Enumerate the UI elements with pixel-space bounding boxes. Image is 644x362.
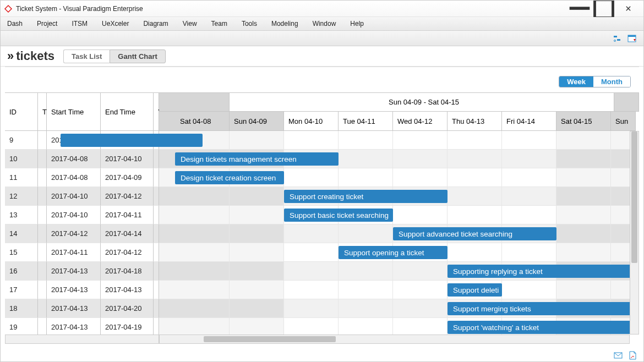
cell-blank bbox=[38, 206, 47, 224]
menu-project[interactable]: Project bbox=[37, 20, 57, 28]
page-title: tickets bbox=[16, 49, 54, 63]
table-row[interactable]: 142017-04-122017-04-14Support advanced t… bbox=[5, 224, 639, 243]
title-bar: Ticket System - Visual Paradigm Enterpri… bbox=[1, 1, 643, 17]
cell-blank bbox=[154, 168, 159, 187]
menu-tools[interactable]: Tools bbox=[242, 20, 257, 28]
cell-id: 18 bbox=[5, 299, 38, 318]
svg-point-6 bbox=[614, 40, 616, 41]
table-row[interactable]: 102017-04-082017-04-10Design tickets man… bbox=[5, 150, 639, 168]
menu-help[interactable]: Help bbox=[350, 20, 364, 28]
hscroll-right[interactable] bbox=[159, 334, 630, 344]
gantt-day-header: Sat 04-08Sun 04-09Mon 04-10Tue 04-11Wed … bbox=[159, 112, 639, 131]
breadcrumb-prefix: » bbox=[7, 49, 14, 63]
toolbar-strip bbox=[1, 31, 643, 46]
cell-end: 2017-04-14 bbox=[101, 224, 154, 243]
gantt-day-0: Sat 04-08 bbox=[159, 112, 230, 131]
menu-uexceler[interactable]: UeXceler bbox=[102, 20, 129, 28]
table-row[interactable]: 192017-04-132017-04-19Support 'watching'… bbox=[5, 318, 639, 334]
cell-end: 2017-04-13 bbox=[101, 281, 154, 299]
gantt-workspace: ID T Start Time End Time Y Sun 04-09 - S… bbox=[5, 67, 639, 346]
task-bar[interactable] bbox=[61, 134, 202, 147]
cell-id: 11 bbox=[5, 168, 38, 187]
task-bar[interactable]: Support merging tickets bbox=[447, 302, 639, 315]
cell-id: 19 bbox=[5, 318, 38, 334]
cell-blank bbox=[38, 262, 47, 281]
gantt-body: 92017-04-062017-04-08102017-04-082017-04… bbox=[5, 131, 639, 334]
table-row[interactable]: 92017-04-062017-04-08 bbox=[5, 131, 639, 150]
task-bar[interactable]: Support opening a ticket bbox=[339, 246, 447, 259]
task-bar[interactable]: Support 'watching' a ticket bbox=[447, 321, 639, 334]
cell-end: 2017-04-12 bbox=[101, 187, 154, 206]
table-row[interactable]: 112017-04-082017-04-09Design ticket crea… bbox=[5, 168, 639, 187]
task-bar[interactable]: Support basic ticket searching bbox=[284, 209, 393, 222]
menu-itsm[interactable]: ITSM bbox=[72, 20, 88, 28]
cell-start: 2017-04-08 bbox=[47, 168, 101, 187]
col-header-y[interactable]: Y bbox=[154, 93, 159, 131]
window-maximize-button[interactable] bbox=[592, 1, 616, 17]
app-logo-icon bbox=[4, 4, 13, 13]
breadcrumb: » tickets bbox=[7, 49, 54, 63]
cell-blank bbox=[38, 168, 47, 187]
menu-diagram[interactable]: Diagram bbox=[143, 20, 168, 28]
task-bar[interactable]: Design tickets management screen bbox=[175, 152, 339, 166]
cell-start: 2017-04-08 bbox=[47, 150, 101, 168]
table-row[interactable]: 152017-04-112017-04-12Support opening a … bbox=[5, 243, 639, 262]
status-bar bbox=[1, 350, 643, 361]
table-row[interactable]: 162017-04-132017-04-18Supporting replyin… bbox=[5, 262, 639, 281]
view-tab-group: Task List Gantt Chart bbox=[63, 50, 166, 63]
task-bar[interactable]: Support creating ticket bbox=[284, 190, 447, 203]
gantt-day-8: Sun bbox=[611, 112, 636, 131]
table-header-left: ID T Start Time End Time Y bbox=[5, 92, 159, 131]
table-row[interactable]: 132017-04-102017-04-11Support basic tick… bbox=[5, 206, 639, 224]
col-header-end[interactable]: End Time bbox=[101, 93, 154, 131]
vscroll[interactable] bbox=[630, 131, 639, 334]
cell-id: 10 bbox=[5, 150, 38, 168]
table-row[interactable]: 172017-04-132017-04-13Support deleti bbox=[5, 281, 639, 299]
svg-rect-3 bbox=[595, 0, 613, 18]
cell-blank bbox=[154, 150, 159, 168]
cell-blank bbox=[154, 206, 159, 224]
cell-start: 2017-04-10 bbox=[47, 187, 101, 206]
menu-window[interactable]: Window bbox=[313, 20, 336, 28]
gantt-day-6: Fri 04-14 bbox=[502, 112, 556, 131]
gantt-day-4: Wed 04-12 bbox=[393, 112, 447, 131]
cell-blank bbox=[154, 262, 159, 281]
gantt-day-2: Mon 04-10 bbox=[284, 112, 339, 131]
cell-blank bbox=[154, 318, 159, 334]
window-minimize-button[interactable] bbox=[567, 1, 592, 17]
tab-gantt-chart[interactable]: Gantt Chart bbox=[110, 50, 166, 63]
menu-team[interactable]: Team bbox=[211, 20, 227, 28]
col-header-t[interactable]: T bbox=[38, 93, 47, 131]
task-bar[interactable]: Design ticket creation screen bbox=[175, 171, 284, 184]
toolbar-chart-icon[interactable] bbox=[613, 34, 623, 43]
col-header-id[interactable]: ID bbox=[5, 93, 38, 131]
tab-task-list[interactable]: Task List bbox=[63, 50, 110, 63]
menu-view[interactable]: View bbox=[183, 20, 197, 28]
cell-id: 12 bbox=[5, 187, 38, 206]
menu-modeling[interactable]: Modeling bbox=[271, 20, 298, 28]
cell-id: 15 bbox=[5, 243, 38, 262]
menu-dash[interactable]: Dash bbox=[7, 20, 23, 28]
svg-rect-2 bbox=[570, 7, 590, 10]
status-note-icon[interactable] bbox=[628, 351, 637, 361]
cell-blank bbox=[38, 318, 47, 334]
hscroll-left[interactable] bbox=[5, 334, 159, 344]
table-row[interactable]: 122017-04-102017-04-12Support creating t… bbox=[5, 187, 639, 206]
cell-start: 2017-04-12 bbox=[47, 224, 101, 243]
status-mail-icon[interactable] bbox=[614, 351, 623, 361]
window-close-button[interactable] bbox=[616, 1, 640, 17]
task-bar[interactable]: Support deleti bbox=[447, 283, 502, 297]
cell-blank bbox=[38, 187, 47, 206]
gantt-day-5: Thu 04-13 bbox=[447, 112, 502, 131]
cell-id: 17 bbox=[5, 281, 38, 299]
col-header-start[interactable]: Start Time bbox=[47, 93, 101, 131]
table-row[interactable]: 182017-04-132017-04-20Support merging ti… bbox=[5, 299, 639, 318]
cell-id: 14 bbox=[5, 224, 38, 243]
task-bar[interactable]: Supporting replying a ticket bbox=[447, 265, 639, 278]
cell-end: 2017-04-11 bbox=[101, 206, 154, 224]
task-bar[interactable]: Support advanced ticket searching bbox=[393, 227, 556, 240]
cell-start: 2017-04-13 bbox=[47, 318, 101, 334]
toolbar-calendar-icon[interactable] bbox=[627, 34, 637, 43]
cell-blank bbox=[154, 281, 159, 299]
page-header: » tickets Task List Gantt Chart bbox=[1, 46, 643, 67]
